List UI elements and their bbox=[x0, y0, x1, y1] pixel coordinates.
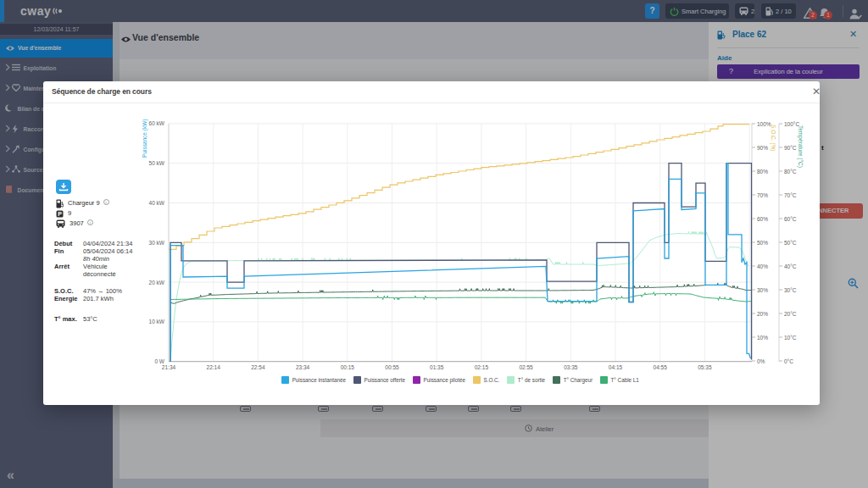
svg-text:50°C: 50°C bbox=[784, 240, 797, 246]
svg-text:04:15: 04:15 bbox=[609, 364, 623, 370]
svg-text:03:35: 03:35 bbox=[564, 364, 578, 370]
svg-text:P: P bbox=[58, 211, 62, 217]
svg-text:100°C: 100°C bbox=[784, 121, 799, 127]
svg-text:60 kW: 60 kW bbox=[149, 120, 165, 126]
svg-text:50 kW: 50 kW bbox=[149, 160, 165, 166]
svg-text:S.O.C. (%): S.O.C. (%) bbox=[770, 125, 776, 151]
svg-text:21:34: 21:34 bbox=[162, 364, 176, 370]
svg-text:20°C: 20°C bbox=[784, 311, 797, 317]
svg-text:0%: 0% bbox=[757, 358, 765, 364]
svg-text:Puissance (kW): Puissance (kW) bbox=[142, 119, 148, 158]
svg-text:00:15: 00:15 bbox=[341, 364, 355, 370]
svg-text:10 kW: 10 kW bbox=[149, 319, 165, 324]
svg-text:60°C: 60°C bbox=[784, 216, 797, 222]
svg-text:23:34: 23:34 bbox=[296, 364, 310, 370]
svg-text:90%: 90% bbox=[757, 145, 768, 151]
svg-text:22:54: 22:54 bbox=[251, 364, 265, 370]
svg-text:30 kW: 30 kW bbox=[149, 240, 165, 246]
svg-text:80°C: 80°C bbox=[784, 169, 797, 175]
svg-text:40%: 40% bbox=[757, 263, 768, 269]
svg-text:22:14: 22:14 bbox=[207, 364, 221, 370]
svg-text:30%: 30% bbox=[757, 287, 768, 293]
svg-text:80%: 80% bbox=[757, 169, 768, 175]
svg-text:40°C: 40°C bbox=[784, 263, 797, 269]
svg-text:05:35: 05:35 bbox=[698, 364, 712, 370]
svg-text:90°C: 90°C bbox=[784, 145, 797, 151]
svg-text:50%: 50% bbox=[757, 240, 768, 246]
svg-text:20%: 20% bbox=[757, 311, 768, 317]
svg-text:20 kW: 20 kW bbox=[149, 280, 165, 286]
svg-text:01:35: 01:35 bbox=[430, 364, 444, 370]
svg-text:60%: 60% bbox=[757, 216, 768, 222]
svg-text:02:15: 02:15 bbox=[475, 364, 489, 370]
svg-text:30°C: 30°C bbox=[784, 287, 797, 293]
svg-text:70%: 70% bbox=[757, 192, 768, 198]
svg-text:70°C: 70°C bbox=[784, 192, 797, 198]
svg-text:40 kW: 40 kW bbox=[149, 200, 165, 206]
svg-text:00:55: 00:55 bbox=[385, 364, 399, 370]
svg-text:02:55: 02:55 bbox=[519, 364, 533, 370]
svg-text:0°C: 0°C bbox=[784, 358, 793, 364]
svg-text:Température (°C): Température (°C) bbox=[797, 125, 804, 168]
svg-text:100%: 100% bbox=[757, 121, 771, 127]
svg-text:10°C: 10°C bbox=[784, 335, 797, 341]
svg-text:04:55: 04:55 bbox=[654, 364, 668, 370]
svg-text:10%: 10% bbox=[757, 335, 768, 341]
